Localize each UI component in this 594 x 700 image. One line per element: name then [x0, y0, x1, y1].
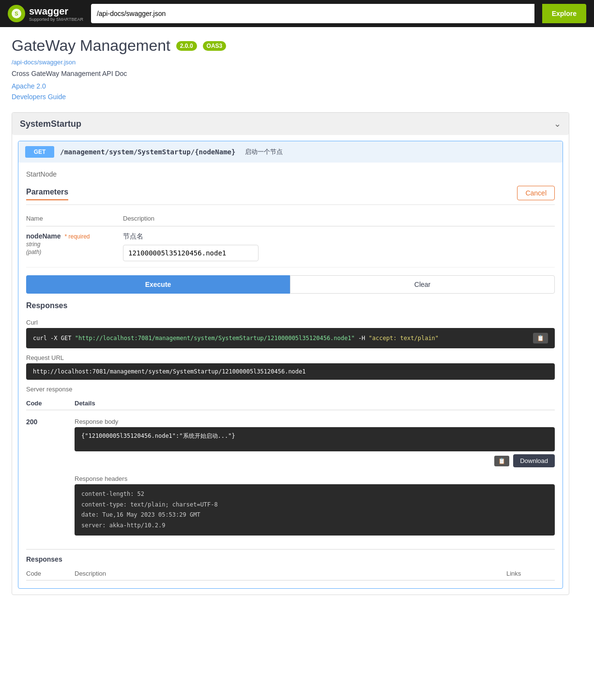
response-details: Response body {"121000005l35120456.node1… — [75, 418, 555, 536]
endpoint-block: GET /management/system/SystemStartup/{no… — [18, 141, 563, 589]
method-badge: GET — [25, 146, 54, 158]
api-url-input[interactable] — [91, 4, 534, 23]
api-description: Cross GateWay Management API Doc — [12, 70, 569, 77]
response-header-line-4: server: akka-http/10.2.9 — [81, 521, 548, 531]
endpoint-body: StartNode Parameters Cancel Name Descrip… — [18, 163, 563, 588]
license-link[interactable]: Apache 2.0 — [12, 82, 569, 90]
param-type: string — [26, 241, 40, 248]
page-title-row: GateWay Management 2.0.0 OAS3 — [12, 37, 569, 55]
copy-response-button[interactable]: 📋 — [494, 456, 509, 466]
curl-command: curl -X GET — [33, 335, 75, 342]
desc-col-header: Description — [123, 215, 555, 222]
swagger-logo-text: swagger — [29, 6, 68, 16]
details-col-header: Details — [75, 400, 555, 407]
param-location: (path) — [26, 249, 41, 255]
param-input[interactable] — [123, 245, 259, 261]
name-col-header: Name — [26, 215, 123, 222]
response-body-label: Response body — [75, 418, 555, 425]
oas-badge: OAS3 — [203, 41, 227, 51]
params-table: Name Description nodeName * required str… — [26, 211, 555, 268]
chevron-down-icon: ⌄ — [554, 119, 561, 129]
bottom-table-header: Code Description Links — [26, 567, 555, 581]
response-body-block: {"121000005l35120456.node1":"系统开始启动..."} — [75, 427, 555, 451]
curl-url: "http://localhost:7081/management/system… — [75, 335, 355, 342]
bottom-desc-col: Description — [75, 570, 506, 577]
bottom-responses-title: Responses — [26, 555, 555, 563]
response-header-line-3: date: Tue,16 May 2023 05:53:29 GMT — [81, 510, 548, 521]
responses-section-title: Responses — [26, 301, 555, 313]
operation-name: StartNode — [26, 170, 555, 178]
param-name-cell: nodeName * required string (path) — [26, 232, 123, 255]
api-url-link[interactable]: /api-docs/swagger.json — [12, 59, 569, 66]
parameters-section: Parameters Cancel Name Description nodeN… — [26, 186, 555, 268]
explore-button[interactable]: Explore — [542, 4, 586, 23]
clear-button[interactable]: Clear — [290, 275, 555, 294]
header: S swagger Supported by SMARTBEAR Explore — [0, 0, 594, 27]
bottom-responses: Responses Code Description Links — [26, 549, 555, 581]
response-headers-label: Response headers — [75, 475, 555, 482]
svg-text:S: S — [15, 11, 18, 16]
server-response-section: Server response Code Details 200 Respons… — [26, 386, 555, 539]
swagger-logo: S swagger Supported by SMARTBEAR — [8, 5, 83, 22]
response-body-actions: 📋 Download — [75, 451, 555, 470]
response-row: 200 Response body {"121000005l35120456.n… — [26, 414, 555, 539]
swagger-logo-icon: S — [8, 5, 25, 22]
request-url-label: Request URL — [26, 354, 555, 361]
code-col-header: Code — [26, 400, 75, 407]
param-required: * required — [64, 233, 90, 240]
main-content: GateWay Management 2.0.0 OAS3 /api-docs/… — [0, 27, 581, 605]
curl-label: Curl — [26, 319, 555, 326]
action-row: Execute Clear — [26, 275, 555, 294]
request-url-section: Request URL http://localhost:7081/manage… — [26, 354, 555, 380]
page-title: GateWay Management — [12, 37, 170, 55]
param-desc-cell: 节点名 — [123, 232, 555, 261]
bottom-code-col: Code — [26, 570, 75, 577]
param-row: nodeName * required string (path) 节点名 — [26, 226, 555, 268]
endpoint-description: 启动一个节点 — [245, 148, 283, 156]
endpoint-path: /management/system/SystemStartup/{nodeNa… — [60, 148, 235, 156]
section-title: SystemStartup — [20, 119, 81, 129]
curl-section: Curl curl -X GET "http://localhost:7081/… — [26, 319, 555, 348]
param-description: 节点名 — [123, 232, 555, 241]
bottom-links-col: Links — [506, 570, 555, 577]
server-response-label: Server response — [26, 386, 555, 393]
params-title: Parameters — [26, 188, 68, 200]
endpoint-header[interactable]: GET /management/system/SystemStartup/{no… — [18, 141, 563, 163]
params-table-header: Name Description — [26, 211, 555, 226]
cancel-button[interactable]: Cancel — [517, 186, 555, 200]
developers-guide-link[interactable]: Developers Guide — [12, 93, 569, 101]
response-code: 200 — [26, 418, 75, 426]
section-header[interactable]: SystemStartup ⌄ — [12, 113, 569, 135]
response-headers-block: content-length: 52 content-type: text/pl… — [75, 484, 555, 536]
response-header-line-1: content-length: 52 — [81, 489, 548, 500]
request-url-block: http://localhost:7081/management/system/… — [26, 363, 555, 380]
param-name: nodeName — [26, 232, 61, 240]
params-header-row: Parameters Cancel — [26, 186, 555, 205]
response-table-header: Code Details — [26, 397, 555, 410]
curl-header: "accept: text/plain" — [369, 335, 439, 342]
system-startup-section: SystemStartup ⌄ GET /management/system/S… — [12, 112, 569, 595]
copy-curl-button[interactable]: 📋 — [533, 333, 548, 343]
response-header-line-2: content-type: text/plain; charset=UTF-8 — [81, 500, 548, 510]
execute-button[interactable]: Execute — [26, 275, 290, 294]
version-badge: 2.0.0 — [176, 41, 197, 51]
curl-block: curl -X GET "http://localhost:7081/manag… — [26, 328, 555, 348]
curl-header-prefix: -H — [355, 335, 369, 342]
download-button[interactable]: Download — [513, 454, 555, 467]
swagger-logo-sub: Supported by SMARTBEAR — [29, 17, 83, 22]
